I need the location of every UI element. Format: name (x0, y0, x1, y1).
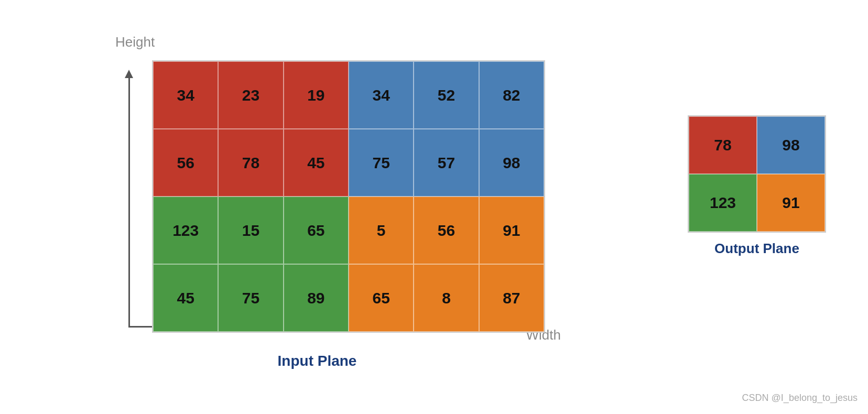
input-grid-container: 3423193452825678457557981231565556914575… (152, 60, 545, 333)
input-grid: 3423193452825678457557981231565556914575… (152, 60, 545, 333)
input-cell: 98 (479, 129, 544, 197)
input-cell: 45 (153, 264, 218, 332)
height-label: Height (115, 34, 155, 50)
input-cell: 57 (414, 129, 479, 197)
input-cell: 89 (284, 264, 349, 332)
main-container: Height Width 342319345282567845755798123… (0, 0, 868, 414)
input-cell: 8 (414, 264, 479, 332)
input-cell: 19 (284, 61, 349, 129)
output-plane-label: Output Plane (714, 241, 799, 257)
input-cell: 87 (479, 264, 544, 332)
input-cell: 75 (349, 129, 414, 197)
output-cell: 91 (757, 174, 825, 232)
output-cell: 98 (757, 116, 825, 174)
input-cell: 75 (218, 264, 283, 332)
left-section: Height Width 342319345282567845755798123… (42, 18, 592, 396)
output-cell: 123 (689, 174, 757, 232)
input-cell: 15 (218, 197, 283, 264)
input-cell: 23 (218, 61, 283, 129)
input-cell: 65 (349, 264, 414, 332)
output-cell: 78 (689, 116, 757, 174)
input-cell: 34 (349, 61, 414, 129)
input-cell: 65 (284, 197, 349, 264)
input-cell: 91 (479, 197, 544, 264)
watermark: CSDN @I_belong_to_jesus (742, 393, 858, 404)
input-cell: 56 (153, 129, 218, 197)
input-cell: 56 (414, 197, 479, 264)
input-cell: 78 (218, 129, 283, 197)
right-section: 789812391 Output Plane (688, 115, 826, 257)
output-grid: 789812391 (688, 115, 826, 233)
input-cell: 123 (153, 197, 218, 264)
input-cell: 34 (153, 61, 218, 129)
y-axis (128, 76, 130, 328)
input-cell: 5 (349, 197, 414, 264)
input-cell: 82 (479, 61, 544, 129)
input-plane-label: Input Plane (278, 353, 357, 369)
input-cell: 45 (284, 129, 349, 197)
input-cell: 52 (414, 61, 479, 129)
